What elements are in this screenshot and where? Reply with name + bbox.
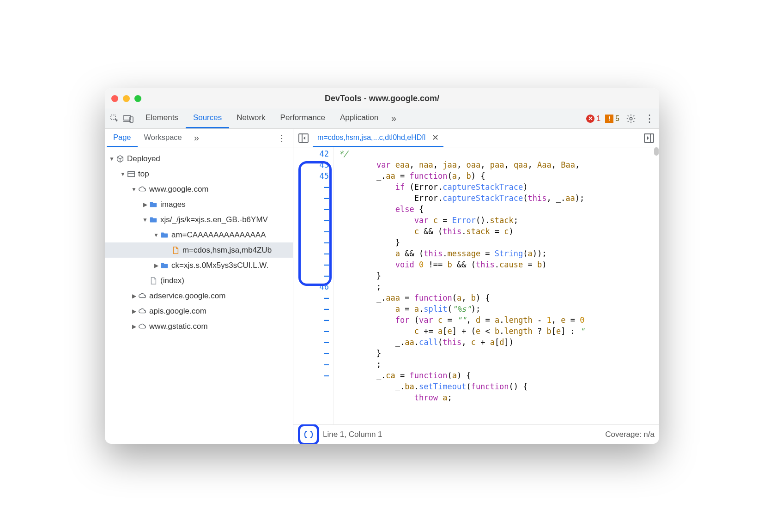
tree-domain-apis[interactable]: ▶apis.google.com — [105, 303, 293, 319]
close-window-button[interactable] — [111, 95, 118, 102]
navigator-more-button[interactable]: » — [190, 133, 203, 143]
tree-folder-ck[interactable]: ▶ck=xjs.s.0Mx5ys3sCUI.L.W. — [105, 258, 293, 273]
close-tab-icon[interactable]: ✕ — [432, 133, 439, 143]
settings-icon[interactable] — [624, 112, 638, 126]
scrollbar-thumb[interactable] — [654, 147, 659, 156]
tab-sources[interactable]: Sources — [186, 109, 229, 128]
coverage-status: Coverage: n/a — [605, 430, 655, 439]
more-tabs-button[interactable]: » — [388, 113, 400, 124]
show-navigator-button[interactable] — [296, 131, 311, 145]
pretty-print-button[interactable] — [300, 426, 317, 443]
editor-statusbar: Line 1, Column 1 Coverage: n/a — [293, 424, 659, 444]
svg-rect-0 — [111, 115, 115, 120]
code-editor[interactable]: 424345–––––––––46–––––––– */ var eaa, na… — [293, 147, 659, 424]
svg-point-4 — [630, 117, 632, 120]
tree-domain-adservice[interactable]: ▶adservice.google.com — [105, 288, 293, 303]
tree-folder-am[interactable]: ▼am=CAAAAAAAAAAAAAA — [105, 227, 293, 242]
device-toolbar-icon[interactable] — [121, 112, 135, 126]
warning-badge[interactable]: !5 — [605, 115, 619, 123]
file-tab[interactable]: m=cdos,hsm,jsa,...c,dtl0hd,eHDfl ✕ — [313, 129, 443, 147]
svg-rect-1 — [124, 115, 130, 120]
inspect-element-icon[interactable] — [108, 112, 121, 126]
more-options-icon[interactable]: ⋮ — [643, 112, 656, 126]
tab-elements[interactable]: Elements — [138, 109, 186, 128]
error-icon: ✕ — [586, 115, 594, 123]
warning-icon: ! — [605, 115, 613, 123]
window-title: DevTools - www.google.com/ — [105, 94, 659, 103]
main-toolbar: ElementsSourcesNetworkPerformanceApplica… — [105, 109, 659, 129]
file-tab-label: m=cdos,hsm,jsa,...c,dtl0hd,eHDfl — [317, 133, 425, 142]
tree-file-index[interactable]: (index) — [105, 273, 293, 288]
cursor-position: Line 1, Column 1 — [323, 430, 382, 439]
code-content[interactable]: */ var eaa, naa, jaa, oaa, paa, qaa, Aaa… — [334, 147, 659, 424]
tree-folder-xjs[interactable]: ▼xjs/_/js/k=xjs.s.en_GB.-b6YMV — [105, 212, 293, 227]
tab-application[interactable]: Application — [333, 109, 386, 128]
tree-file-selected[interactable]: m=cdos,hsm,jsa,mb4ZUb — [105, 242, 293, 258]
tree-deployed[interactable]: ▼Deployed — [105, 151, 293, 166]
highlight-pretty-print — [298, 424, 319, 444]
page-tab[interactable]: Page — [107, 129, 138, 147]
tab-network[interactable]: Network — [229, 109, 273, 128]
tab-performance[interactable]: Performance — [273, 109, 333, 128]
workspace-tab[interactable]: Workspace — [138, 129, 188, 147]
svg-rect-5 — [128, 171, 134, 176]
tree-top[interactable]: ▼top — [105, 166, 293, 181]
error-badge[interactable]: ✕1 — [586, 115, 600, 123]
line-gutter[interactable]: 424345–––––––––46–––––––– — [293, 147, 334, 424]
tree-domain-gstatic[interactable]: ▶www.gstatic.com — [105, 319, 293, 334]
show-debugger-button[interactable] — [642, 131, 656, 145]
minimize-window-button[interactable] — [123, 95, 130, 102]
tree-folder-images[interactable]: ▶images — [105, 197, 293, 212]
window-titlebar: DevTools - www.google.com/ — [105, 88, 659, 109]
maximize-window-button[interactable] — [134, 95, 141, 102]
tree-domain-google[interactable]: ▼www.google.com — [105, 181, 293, 197]
navigator-menu-icon[interactable]: ⋮ — [273, 133, 291, 144]
